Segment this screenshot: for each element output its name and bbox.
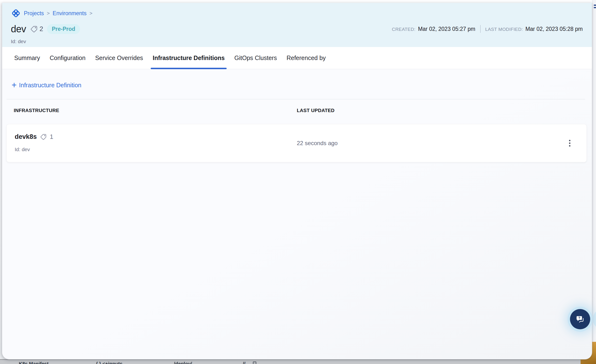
table-row-infrastructure[interactable]: devk8s 1 Id: dev 22 seconds ago: [7, 124, 587, 162]
column-header-infrastructure: INFRASTRUCTURE: [14, 108, 59, 113]
add-infrastructure-definition-label: Infrastructure Definition: [19, 82, 81, 89]
infrastructure-name-row: devk8s 1: [15, 133, 53, 141]
environment-title-row: dev 2 Pre-Prod: [11, 24, 80, 35]
tab-service-overrides[interactable]: Service Overrides: [95, 47, 143, 69]
tag-icon: [30, 25, 38, 33]
background-item-slashes: //: [243, 361, 246, 364]
last-updated-value: 22 seconds ago: [297, 140, 337, 147]
section-divider: [7, 99, 585, 99]
created-value: Mar 02, 2023 05:27 pm: [418, 26, 476, 32]
svg-text:?: ?: [578, 316, 580, 320]
background-window-strip: K8s Manifest { } <+inputs /deploy/ //: [0, 359, 586, 364]
edge-artifact-dash: [594, 5, 596, 6]
tab-infrastructure-definitions[interactable]: Infrastructure Definitions: [153, 47, 225, 69]
page-title: dev: [11, 24, 26, 35]
add-infrastructure-definition-button[interactable]: + Infrastructure Definition: [12, 81, 81, 89]
projects-icon: [11, 8, 21, 18]
tab-configuration[interactable]: Configuration: [50, 47, 86, 69]
kebab-dot: [569, 140, 570, 141]
environment-header: Projects > Environments > dev 2 Pre-Prod…: [2, 3, 592, 47]
table-header-row: INFRASTRUCTURE LAST UPDATED: [2, 108, 592, 115]
kebab-dot: [569, 145, 570, 147]
tag-icon: [40, 133, 47, 141]
edge-artifact-dash: [594, 7, 596, 8]
meta-divider: [480, 25, 481, 33]
help-chat-button[interactable]: ?: [570, 309, 590, 329]
breadcrumb-projects[interactable]: Projects: [24, 10, 44, 17]
last-modified-value: Mar 02, 2023 05:28 pm: [525, 26, 583, 32]
file-icon: [253, 362, 256, 364]
breadcrumb-separator: >: [89, 10, 92, 16]
background-item-manifest: K8s Manifest: [19, 361, 48, 364]
infrastructure-tag-count: 1: [50, 133, 53, 141]
kebab-dot: [569, 142, 570, 144]
breadcrumb-separator: >: [47, 10, 50, 16]
created-label: CREATED:: [392, 27, 415, 32]
tab-summary[interactable]: Summary: [14, 47, 40, 69]
environment-id: Id: dev: [11, 38, 26, 44]
last-modified-label: LAST MODIFIED:: [485, 27, 523, 32]
background-item-inputs: { } <+inputs: [96, 361, 122, 364]
row-options-kebab-button[interactable]: [566, 137, 573, 149]
infrastructure-name: devk8s: [15, 133, 37, 141]
tab-gitops-clusters[interactable]: GitOps Clusters: [234, 47, 277, 69]
environment-tabbar: Summary Configuration Service Overrides …: [2, 47, 592, 69]
breadcrumb: Projects > Environments >: [11, 8, 92, 18]
infrastructure-definitions-panel: + Infrastructure Definition INFRASTRUCTU…: [2, 69, 592, 359]
infrastructure-id: Id: dev: [15, 147, 30, 152]
column-header-last-updated: LAST UPDATED: [297, 108, 335, 113]
chat-question-icon: ?: [574, 314, 586, 325]
background-item-deploy: /deploy/: [174, 361, 192, 364]
environment-tags[interactable]: 2: [30, 25, 43, 33]
plus-icon: +: [12, 81, 17, 89]
breadcrumb-environments[interactable]: Environments: [52, 10, 87, 17]
environment-tag-count: 2: [39, 25, 43, 33]
environment-type-badge: Pre-Prod: [47, 24, 80, 34]
background-window-edge: [592, 0, 596, 343]
tab-referenced-by[interactable]: Referenced by: [286, 47, 326, 69]
app-window: Projects > Environments > dev 2 Pre-Prod…: [2, 3, 592, 359]
environment-meta: CREATED: Mar 02, 2023 05:27 pm LAST MODI…: [392, 25, 583, 33]
